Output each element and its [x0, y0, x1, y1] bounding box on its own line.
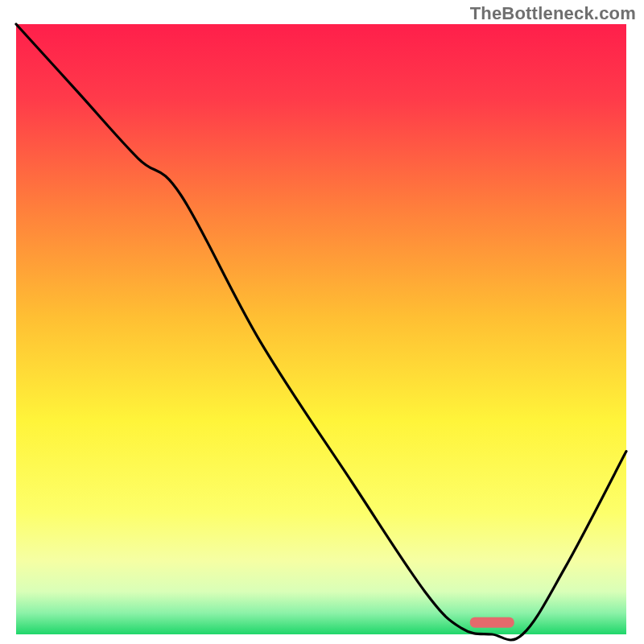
plot-background	[16, 24, 626, 634]
optimal-marker	[470, 617, 514, 628]
chart-stage: TheBottleneck.com	[0, 0, 644, 644]
chart-svg	[0, 0, 644, 644]
